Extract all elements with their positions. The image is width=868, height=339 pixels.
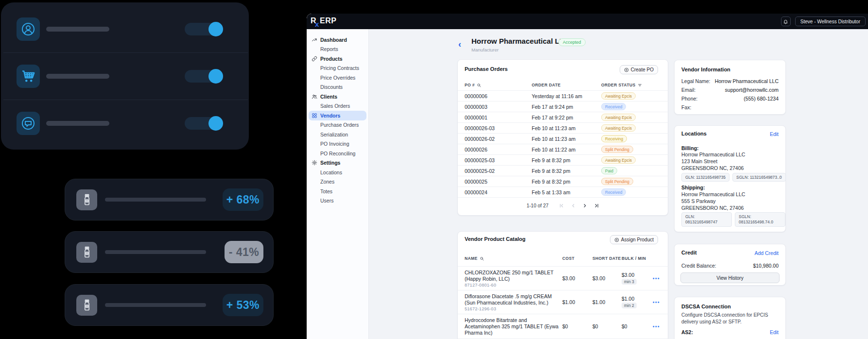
gln-label: GLN: xyxy=(685,214,695,219)
po-table-row[interactable]: 00000025-02Feb 9 at 8:32 pmPaid xyxy=(458,166,668,176)
sidebar-item-dashboard[interactable]: Dashboard xyxy=(307,35,368,45)
order-status-column-header[interactable]: ORDER STATUS xyxy=(601,81,642,89)
as2-edit-link[interactable]: Edit xyxy=(770,329,779,335)
sidebar-item-label: Zones xyxy=(320,179,334,185)
po-table-row[interactable]: 00000001Feb 17 at 9:22 pmAwaiting Epcis xyxy=(458,112,668,123)
assign-product-button[interactable]: Assign Product xyxy=(610,235,658,244)
sidebar-item-pricing-contracts[interactable]: Pricing Contracts xyxy=(307,64,368,73)
search-icon[interactable] xyxy=(477,83,481,87)
purchase-orders-card: Purchase Orders Create PO PO # ORDER DAT… xyxy=(457,59,668,216)
trend-icon xyxy=(312,37,317,43)
filter-icon[interactable] xyxy=(638,83,642,87)
toggle-row xyxy=(1,100,249,147)
sidebar-item-products[interactable]: Products xyxy=(307,54,368,64)
add-credit-link[interactable]: Add Credit xyxy=(754,250,779,256)
view-history-button[interactable]: View History xyxy=(680,272,780,283)
order-status-pill: Received xyxy=(601,103,626,110)
name-column-header[interactable]: NAME xyxy=(465,254,484,262)
sidebar-item-settings[interactable]: Settings xyxy=(307,158,368,168)
order-status-pill: Received xyxy=(601,188,626,196)
bulk-min-column-label: BULK / MIN xyxy=(622,256,646,261)
po-number: 00000025-02 xyxy=(465,168,495,174)
sgln-value: 08132165498.74.0 xyxy=(739,220,773,224)
sidebar-item-reports[interactable]: Reports xyxy=(307,45,368,54)
order-status-column-label: ORDER STATUS xyxy=(601,83,636,87)
po-table-row[interactable]: 00000025Feb 9 at 8:32 pmSplit Pending xyxy=(458,176,668,187)
sidebar-item-vendors[interactable]: Vendors xyxy=(309,111,366,120)
toggle-switch[interactable] xyxy=(185,117,223,130)
sidebar-item-price-overrides[interactable]: Price Overrides xyxy=(307,73,368,83)
bulk-min-column-header[interactable]: BULK / MIN xyxy=(622,254,646,262)
sidebar-item-label: Locations xyxy=(320,170,342,175)
sidebar-item-po-invoicing[interactable]: PO Invoicing xyxy=(307,139,368,149)
sidebar: DashboardReportsProductsPricing Contract… xyxy=(307,29,369,339)
locations-edit-link[interactable]: Edit xyxy=(770,131,779,137)
sidebar-item-locations[interactable]: Locations xyxy=(307,168,368,177)
sidebar-item-clients[interactable]: Clients xyxy=(307,92,368,102)
po-table-row[interactable]: 00000026-03Feb 10 at 11:23 amAwaiting Ep… xyxy=(458,123,668,134)
placeholder-bar xyxy=(105,303,206,307)
short-date-column-header[interactable]: SHORT DATE xyxy=(592,254,621,262)
billing-line: GREENSBORO NC, 27406 xyxy=(681,165,744,171)
catalog-table-row[interactable]: Diflorasone Diacetate .5 mg/g CREAM (Sun… xyxy=(458,290,668,314)
product-short-date: $0 xyxy=(592,323,598,329)
po-table-row[interactable]: 00000026Feb 10 at 11:22 amSplit Pending xyxy=(458,144,668,155)
sgln-badge: SGLN: 113216549873..0 xyxy=(732,173,785,182)
create-po-button[interactable]: Create PO xyxy=(620,65,658,74)
po-table-row[interactable]: 00000003Feb 17 at 9:24 pmReceived xyxy=(458,102,668,112)
row-menu-icon[interactable]: ••• xyxy=(653,276,660,281)
catalog-table-row[interactable]: CHLORZOXAZONE 250 mg/1 TABLET (Happy Rob… xyxy=(458,267,668,290)
po-table-row[interactable]: 00000025-03Feb 9 at 8:32 pmAwaiting Epci… xyxy=(458,155,668,166)
sidebar-item-users[interactable]: Users xyxy=(307,196,368,206)
sidebar-item-discounts[interactable]: Discounts xyxy=(307,83,368,92)
cost-column-header[interactable]: COST xyxy=(562,254,574,262)
sgln-label: SGLN: xyxy=(736,175,749,180)
next-page-icon[interactable] xyxy=(582,203,588,208)
sidebar-item-label: Serialization xyxy=(320,132,348,137)
sidebar-item-purchase-orders[interactable]: Purchase Orders xyxy=(307,120,368,130)
user-avatar-icon xyxy=(20,21,36,37)
po-number: 00000026-02 xyxy=(465,136,495,142)
order-date: Feb 17 at 9:22 pm xyxy=(532,115,573,120)
medicine-bottle-tile xyxy=(76,242,97,263)
row-menu-icon[interactable]: ••• xyxy=(653,324,660,329)
stat-card: + 53% xyxy=(65,284,274,326)
product-name: Diflorasone Diacetate .5 mg/g CREAM (Sun… xyxy=(465,293,559,306)
sidebar-item-po-reconciling[interactable]: PO Reconciling xyxy=(307,149,368,158)
logo-erp: ERP xyxy=(320,17,336,25)
sidebar-item-label: Vendors xyxy=(320,113,340,119)
sidebar-item-totes[interactable]: Totes xyxy=(307,186,368,196)
po-table-row[interactable]: 00000006Yesterday at 11:16 amAwaiting Ep… xyxy=(458,91,668,102)
sidebar-item-serialization[interactable]: Serialization xyxy=(307,130,368,139)
notifications-button[interactable] xyxy=(781,17,791,26)
catalog-table-row[interactable]: Hydrocodone Bitartrate and Acetaminophen… xyxy=(458,314,668,339)
back-button[interactable]: ‹ xyxy=(458,40,461,49)
row-menu-icon[interactable]: ••• xyxy=(653,300,660,305)
page-title: Horrow Pharmaceutical LLC xyxy=(471,37,569,45)
previous-page-icon[interactable] xyxy=(571,203,576,208)
sidebar-item-zones[interactable]: Zones xyxy=(307,177,368,187)
last-page-icon[interactable] xyxy=(594,203,599,208)
short-date-column-label: SHORT DATE xyxy=(592,256,621,261)
email-row: Email: support@horrowllc.com xyxy=(681,87,779,93)
order-date-column-header[interactable]: ORDER DATE xyxy=(532,81,561,89)
user-menu-button[interactable]: Steve - Wellness Distributor xyxy=(795,17,866,26)
percent-delta-badge: + 68% xyxy=(223,188,263,211)
toggle-switch[interactable] xyxy=(185,70,223,83)
search-icon[interactable] xyxy=(480,256,484,261)
bulk-price: $3.00 xyxy=(622,272,637,278)
sidebar-item-sales-orders[interactable]: Sales Orders xyxy=(307,102,368,111)
first-page-icon[interactable] xyxy=(559,203,564,208)
po-table-row[interactable]: 00000024Feb 5 at 1:33 amReceived xyxy=(458,187,668,198)
product-bulk: $3.00min 3 xyxy=(622,272,637,285)
po-number: 00000026-03 xyxy=(465,125,495,131)
order-status-pill: Awaiting Epcis xyxy=(601,92,636,100)
order-status-pill: Awaiting Epcis xyxy=(601,124,636,132)
plus-circle-icon xyxy=(624,68,629,72)
product-cost: $0 xyxy=(562,323,568,329)
medicine-bottle-icon xyxy=(80,245,94,259)
toggle-switch[interactable] xyxy=(185,23,223,35)
po-number-column-header[interactable]: PO # xyxy=(465,81,481,89)
order-status-pill: Split Pending xyxy=(601,146,633,153)
po-table-row[interactable]: 00000026-02Feb 10 at 11:23 amReceiving xyxy=(458,134,668,144)
